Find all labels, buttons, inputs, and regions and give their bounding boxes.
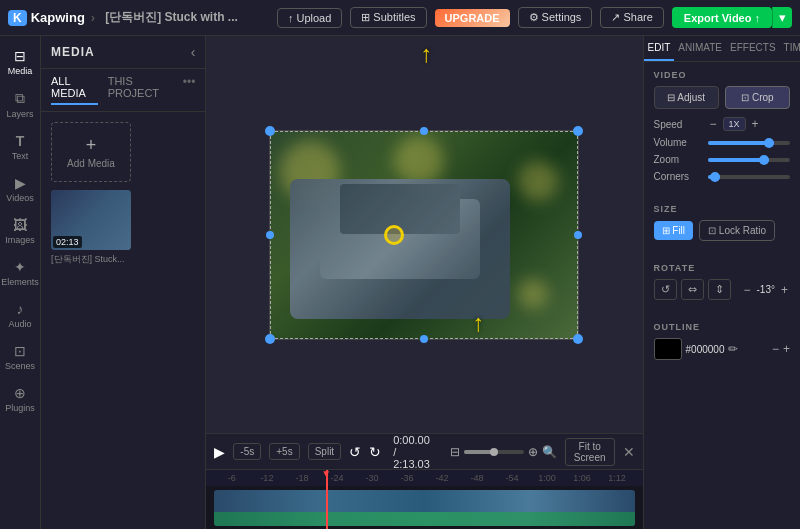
- fill-button[interactable]: ⊞ Fill: [654, 221, 694, 240]
- sidebar-item-elements[interactable]: ✦ Elements: [0, 253, 40, 293]
- zoom-in-icon[interactable]: ⊕: [528, 445, 538, 459]
- project-title: [단독버진] Stuck with ...: [105, 9, 238, 26]
- canvas-wrapper: ↑ ↑: [206, 36, 642, 433]
- track-waveform: [214, 512, 634, 526]
- sidebar-item-audio[interactable]: ♪ Audio: [0, 295, 40, 335]
- search-icon[interactable]: 🔍: [542, 445, 557, 459]
- flip-v-button[interactable]: ⇕: [708, 279, 731, 300]
- sidebar-item-media[interactable]: ⊟ Media: [0, 42, 40, 82]
- arrow-animate: ↑: [421, 40, 433, 68]
- sidebar-item-layers[interactable]: ⧉ Layers: [0, 84, 40, 125]
- app-name: Kapwing: [31, 10, 85, 25]
- video-section-label: VIDEO: [654, 70, 790, 80]
- flip-h-button[interactable]: ⇔: [681, 279, 704, 300]
- tab-timing[interactable]: TIMING: [780, 36, 800, 61]
- tab-this-project[interactable]: THIS PROJECT: [108, 75, 173, 105]
- rotate-minus-button[interactable]: −: [742, 283, 753, 297]
- sidebar-item-scenes[interactable]: ⊡ Scenes: [0, 337, 40, 377]
- rotate-section-label: ROTATE: [654, 263, 790, 273]
- sidebar-label-layers: Layers: [6, 109, 33, 119]
- corner-handle-tr[interactable]: [573, 126, 583, 136]
- sidebar-item-videos[interactable]: ▶ Videos: [0, 169, 40, 209]
- media-thumbnail-1[interactable]: 02:13: [51, 190, 131, 250]
- edge-handle-right[interactable]: [574, 231, 582, 239]
- share-button[interactable]: ↗ Share: [600, 7, 663, 28]
- scenes-icon: ⊡: [14, 343, 26, 359]
- upload-button[interactable]: ↑ Upload: [277, 8, 342, 28]
- zoom-controls: ⊟ ⊕ 🔍: [450, 445, 557, 459]
- media-grid: + Add Media 02:13 [단독버진] Stuck...: [41, 112, 205, 276]
- sidebar-item-plugins[interactable]: ⊕ Plugins: [0, 379, 40, 419]
- corner-handle-tl[interactable]: [265, 126, 275, 136]
- adjust-button[interactable]: ⊟ Adjust: [654, 86, 719, 109]
- lock-ratio-button[interactable]: ⊡ Lock Ratio: [699, 220, 775, 241]
- tab-all-media[interactable]: ALL MEDIA: [51, 75, 98, 105]
- media-panel: MEDIA ‹ ALL MEDIA THIS PROJECT ••• + Add…: [41, 36, 206, 529]
- tab-edit[interactable]: EDIT: [644, 36, 675, 61]
- corner-handle-bl[interactable]: [265, 334, 275, 344]
- timeline-tracks[interactable]: [206, 486, 642, 529]
- video-track[interactable]: [214, 490, 634, 526]
- undo-button[interactable]: ↺: [349, 444, 361, 460]
- sidebar-item-images[interactable]: 🖼 Images: [0, 211, 40, 251]
- color-plus-button[interactable]: +: [783, 342, 790, 356]
- plus-icon: +: [86, 135, 97, 156]
- outline-section-label: OUTLINE: [654, 322, 790, 332]
- edge-handle-left[interactable]: [266, 231, 274, 239]
- images-icon: 🖼: [13, 217, 27, 233]
- playhead[interactable]: [326, 486, 328, 529]
- timeline-close-button[interactable]: ✕: [623, 444, 635, 460]
- size-section-label: SIZE: [654, 204, 790, 214]
- edge-handle-bottom[interactable]: [420, 335, 428, 343]
- subtitles-button[interactable]: ⊞ Subtitles: [350, 7, 426, 28]
- settings-button[interactable]: ⚙ Settings: [518, 7, 593, 28]
- rotate-value: -13°: [757, 284, 775, 295]
- layers-icon: ⧉: [15, 90, 25, 107]
- crop-button[interactable]: ⊡ Crop: [725, 86, 790, 109]
- sidebar-item-text[interactable]: T Text: [0, 127, 40, 167]
- videos-icon: ▶: [15, 175, 26, 191]
- export-dropdown-button[interactable]: ▾: [772, 7, 792, 28]
- center-rotate-handle[interactable]: [384, 225, 404, 245]
- volume-slider[interactable]: [708, 141, 790, 145]
- edge-handle-top[interactable]: [420, 127, 428, 135]
- speed-control-row: Speed − 1X +: [654, 117, 790, 131]
- color-minus-button[interactable]: −: [772, 342, 779, 356]
- fit-to-screen-button[interactable]: Fit to Screen: [565, 438, 615, 466]
- speed-value: 1X: [723, 117, 746, 131]
- time-display: 0:00.00 / 2:13.03: [393, 434, 430, 470]
- sidebar-label-audio: Audio: [8, 319, 31, 329]
- video-canvas[interactable]: [269, 130, 579, 340]
- export-button[interactable]: Export Video ↑: [672, 7, 772, 28]
- rotate-plus-button[interactable]: +: [779, 283, 790, 297]
- zoom-label: Zoom: [654, 154, 704, 165]
- rotate-ccw-button[interactable]: ↺: [654, 279, 677, 300]
- volume-control-row: Volume: [654, 137, 790, 148]
- zoom-slider-panel[interactable]: [708, 158, 790, 162]
- zoom-out-icon[interactable]: ⊟: [450, 445, 460, 459]
- media-more-btn[interactable]: •••: [183, 75, 196, 105]
- tab-animate[interactable]: ANIMATE: [674, 36, 726, 61]
- media-icon: ⊟: [14, 48, 26, 64]
- canvas-area: ↑ ↑: [206, 36, 642, 529]
- speed-minus-button[interactable]: −: [708, 117, 719, 131]
- media-panel-close[interactable]: ‹: [191, 44, 196, 60]
- corners-slider[interactable]: [708, 175, 790, 179]
- play-button[interactable]: ▶: [214, 444, 225, 460]
- corner-handle-br[interactable]: [573, 334, 583, 344]
- app-logo: K Kapwing › [단독버진] Stuck with ...: [8, 9, 238, 26]
- skip-fwd-button[interactable]: +5s: [269, 443, 299, 460]
- zoom-slider[interactable]: [464, 450, 524, 454]
- split-button[interactable]: Split: [308, 443, 341, 460]
- redo-button[interactable]: ↻: [369, 444, 381, 460]
- car-roof: [340, 184, 460, 234]
- size-section: SIZE ⊞ Fill ⊡ Lock Ratio: [644, 196, 800, 255]
- color-swatch[interactable]: [654, 338, 682, 360]
- skip-back-button[interactable]: -5s: [233, 443, 261, 460]
- speed-plus-button[interactable]: +: [750, 117, 761, 131]
- ruler-mark-9: 1:00: [530, 473, 565, 483]
- tab-effects[interactable]: EFFECTS: [726, 36, 780, 61]
- upgrade-button[interactable]: UPGRADE: [435, 9, 510, 27]
- color-picker-button[interactable]: ✏: [728, 342, 738, 356]
- add-media-button[interactable]: + Add Media: [51, 122, 131, 182]
